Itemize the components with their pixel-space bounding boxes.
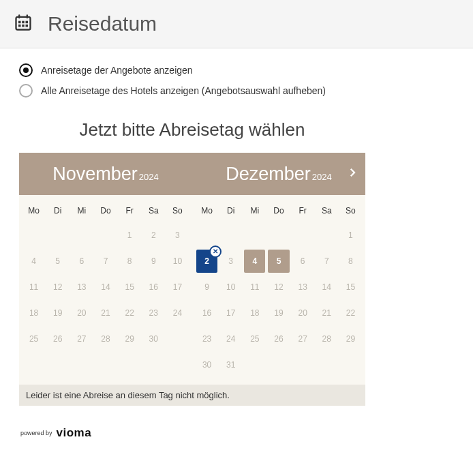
dow-label: Fr [118, 199, 142, 222]
day-cell[interactable]: 2✕ [196, 250, 217, 273]
day-cell[interactable]: 4 [244, 250, 265, 273]
day-cell[interactable]: 26 [47, 327, 68, 351]
day-cell[interactable]: 19 [268, 301, 289, 325]
day-cell[interactable]: 9 [196, 276, 217, 299]
svg-rect-3 [18, 21, 21, 24]
day-cell[interactable]: 12 [47, 276, 68, 299]
day-cell[interactable]: 6 [71, 250, 92, 273]
day-cell[interactable]: 24 [167, 301, 188, 325]
day-cell[interactable]: 7 [95, 250, 116, 273]
day-cell[interactable]: 5 [268, 250, 289, 273]
day-cell[interactable]: 17 [220, 301, 241, 325]
day-cell [316, 353, 337, 376]
radio-label: Alle Anreisetage des Hotels anzeigen (An… [41, 85, 326, 96]
day-cell[interactable]: 4 [23, 250, 44, 273]
dow-label: Do [266, 199, 290, 222]
day-cell [23, 224, 44, 247]
day-cell[interactable]: 31 [220, 353, 241, 376]
day-cell[interactable]: 28 [95, 327, 116, 351]
day-cell[interactable]: 21 [95, 301, 116, 325]
day-cell[interactable]: 5 [47, 250, 68, 273]
day-cell[interactable]: 6 [292, 250, 314, 273]
dow-label: Mo [195, 199, 219, 222]
day-cell[interactable]: 14 [316, 276, 337, 299]
day-cell[interactable]: 10 [220, 276, 241, 299]
day-cell[interactable]: 11 [23, 276, 44, 299]
day-cell[interactable]: 23 [143, 301, 164, 325]
day-cell[interactable]: 13 [292, 276, 314, 299]
day-cell [167, 327, 188, 351]
day-cell[interactable]: 15 [119, 276, 140, 299]
radio-label: Anreisetage der Angebote anzeigen [41, 65, 193, 76]
dow-label: Fr [291, 199, 315, 222]
month-left: November2024 [19, 164, 192, 185]
powered-by-label: powered by [20, 430, 52, 436]
day-cell[interactable]: 24 [220, 327, 241, 351]
day-cell[interactable]: 22 [119, 301, 140, 325]
day-cell [292, 224, 314, 247]
next-month-button[interactable] [346, 166, 358, 181]
dow-label: Mi [243, 199, 266, 222]
day-cell[interactable]: 25 [23, 327, 44, 351]
day-cell [47, 224, 68, 247]
day-cell[interactable]: 18 [244, 301, 265, 325]
day-cell[interactable]: 29 [119, 327, 140, 351]
day-cell[interactable]: 20 [71, 301, 92, 325]
day-cell[interactable]: 25 [244, 327, 265, 351]
day-cell[interactable]: 9 [143, 250, 164, 273]
day-cell[interactable]: 11 [244, 276, 265, 299]
day-cell[interactable]: 28 [316, 327, 337, 351]
day-cell[interactable]: 30 [143, 327, 164, 351]
day-cell [244, 353, 265, 376]
day-cell[interactable]: 29 [340, 327, 361, 351]
day-cell[interactable]: 22 [340, 301, 361, 325]
day-cell[interactable]: 14 [95, 276, 116, 299]
day-cell [268, 224, 289, 247]
day-cell[interactable]: 27 [71, 327, 92, 351]
day-cell[interactable]: 27 [292, 327, 314, 351]
day-cell[interactable]: 17 [167, 276, 188, 299]
day-cell [196, 224, 217, 247]
brand-logo: vioma [57, 426, 92, 440]
day-cell[interactable]: 23 [196, 327, 217, 351]
day-cell [244, 224, 265, 247]
day-cell[interactable]: 3 [220, 250, 241, 273]
day-cell [268, 353, 289, 376]
day-cell[interactable]: 1 [340, 224, 361, 247]
dow-label: Sa [142, 199, 166, 222]
svg-rect-7 [22, 25, 25, 27]
day-cell[interactable]: 19 [47, 301, 68, 325]
day-cell[interactable]: 26 [268, 327, 289, 351]
month-right: Dezember2024 [192, 164, 365, 185]
day-cell[interactable]: 18 [23, 301, 44, 325]
day-cell[interactable]: 8 [119, 250, 140, 273]
day-cell[interactable]: 1 [119, 224, 140, 247]
subheading: Jetzt bitte Abreisetag wählen [19, 119, 365, 140]
svg-rect-2 [27, 14, 28, 18]
day-cell[interactable]: 2 [143, 224, 164, 247]
day-cell [340, 353, 361, 376]
day-cell[interactable]: 12 [268, 276, 289, 299]
day-cell[interactable]: 16 [143, 276, 164, 299]
day-cell[interactable]: 15 [340, 276, 361, 299]
dow-label: So [339, 199, 363, 222]
day-cell[interactable]: 8 [340, 250, 361, 273]
radio-icon [19, 84, 33, 98]
svg-rect-1 [18, 14, 20, 18]
dow-label: Di [46, 199, 70, 222]
day-cell[interactable]: 7 [316, 250, 337, 273]
day-cell[interactable]: 3 [167, 224, 188, 247]
day-cell[interactable]: 16 [196, 301, 217, 325]
day-cell[interactable]: 21 [316, 301, 337, 325]
day-cell [71, 224, 92, 247]
day-cell[interactable]: 13 [71, 276, 92, 299]
radio-all-days[interactable]: Alle Anreisetage des Hotels anzeigen (An… [19, 84, 454, 98]
day-cell[interactable]: 30 [196, 353, 217, 376]
day-cell [316, 224, 337, 247]
radio-icon [19, 63, 33, 77]
radio-offer-days[interactable]: Anreisetage der Angebote anzeigen [19, 63, 454, 77]
day-cell[interactable]: 10 [167, 250, 188, 273]
day-cell [220, 224, 241, 247]
calendar-icon [14, 13, 33, 35]
day-cell[interactable]: 20 [292, 301, 314, 325]
